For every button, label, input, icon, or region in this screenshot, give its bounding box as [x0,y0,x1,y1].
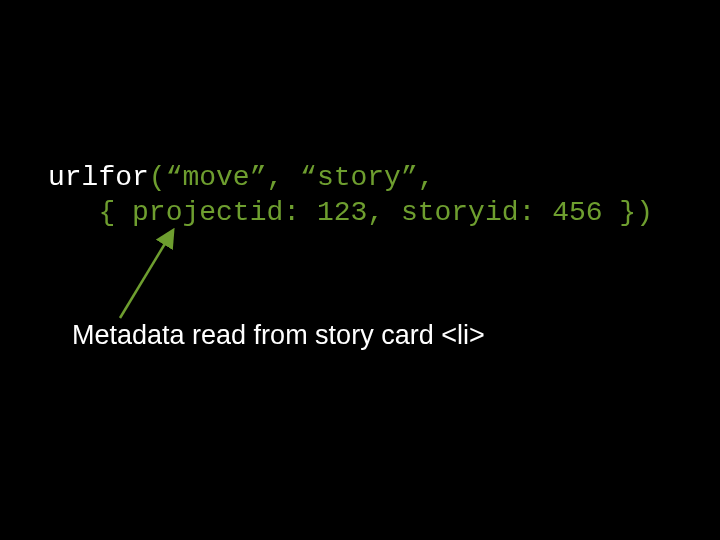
code-indent [48,197,98,228]
arrow-icon [110,228,190,320]
code-close-paren: ) [636,197,653,228]
code-brace-open: { [98,197,132,228]
code-block: urlfor(“move”, “story”, { projectid: 123… [48,160,653,230]
code-arg-story: “story” [300,162,418,193]
code-function-name: urlfor [48,162,149,193]
code-comma-2: , [418,162,435,193]
code-brace-close: } [603,197,637,228]
slide: urlfor(“move”, “story”, { projectid: 123… [0,0,720,540]
code-key-storyid: storyid: [401,197,552,228]
code-comma-1: , [266,162,300,193]
code-open-paren: ( [149,162,166,193]
code-comma-3: , [367,197,401,228]
code-val-storyid: 456 [552,197,602,228]
code-val-projectid: 123 [317,197,367,228]
svg-line-0 [120,232,172,318]
caption-text: Metadata read from story card <li> [72,320,485,351]
code-key-projectid: projectid: [132,197,317,228]
code-arg-move: “move” [166,162,267,193]
